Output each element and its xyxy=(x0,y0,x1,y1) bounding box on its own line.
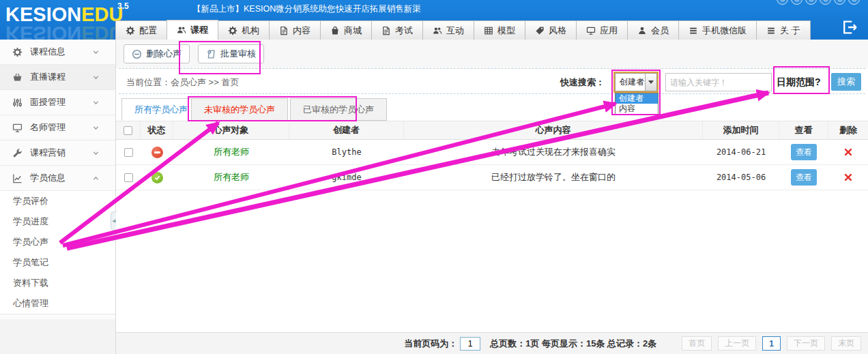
select-dropdown-button[interactable] xyxy=(645,74,656,91)
date-text: 期三 xyxy=(785,23,802,35)
last-page-button[interactable]: 末页 xyxy=(831,336,861,351)
sidebar-group-course-marketing[interactable]: 课程营销 xyxy=(0,141,115,166)
sidebar-group-offline-mgmt[interactable]: 面授管理 xyxy=(0,90,115,115)
nav-tab-content[interactable]: 内容 xyxy=(269,20,321,40)
view-button[interactable]: 查看 xyxy=(791,144,817,160)
col-creator: 创建者 xyxy=(289,121,404,139)
chevron-up-icon xyxy=(92,175,100,182)
page-1-button[interactable]: 1 xyxy=(762,336,781,351)
chevron-down-icon xyxy=(92,99,100,106)
sliders-icon xyxy=(12,98,23,108)
voice-content: 去年考试过关现在才来报喜确实 xyxy=(404,140,703,164)
refresh-icon[interactable] xyxy=(834,0,845,5)
monitor-icon xyxy=(586,26,596,35)
share-icon[interactable] xyxy=(848,0,860,5)
sidebar-group-student-info[interactable]: 学员信息 xyxy=(0,166,115,191)
nav-tab-config[interactable]: 配置 xyxy=(115,20,167,40)
sidebar-item-student-progress[interactable]: 学员进度 xyxy=(0,211,115,232)
status-approved-icon xyxy=(151,172,163,183)
nav-tab-mall[interactable]: 商城 xyxy=(320,20,372,40)
audit-page-icon xyxy=(206,49,216,59)
chevron-down-icon xyxy=(92,149,100,157)
top-nav: 配置 课程 机构 内容 商城 考试 互动 模型 风格 应用 会员 手机微信版 关… xyxy=(116,20,811,40)
basket-icon xyxy=(12,72,23,83)
col-date: 添加时间 xyxy=(703,121,779,139)
sidebar-item-student-evaluation[interactable]: 学员评价 xyxy=(0,191,115,211)
key-icon[interactable] xyxy=(820,0,831,5)
filter-tabs: 所有学员心声 未审核的学员心声 已审核的学员心声 xyxy=(116,94,868,121)
current-page-input[interactable] xyxy=(460,337,480,351)
users-icon xyxy=(433,26,442,35)
dropdown-option-creator[interactable]: 创建者 xyxy=(616,93,658,104)
sidebar-item-student-voice[interactable]: 学员心声 xyxy=(0,232,115,252)
grid-icon xyxy=(484,26,493,35)
sidebar-item-material-download[interactable]: 资料下载 xyxy=(0,273,115,293)
toolbar: 删除心声 批量审核 xyxy=(116,40,868,68)
logout-icon[interactable] xyxy=(841,18,858,36)
delete-x-icon[interactable] xyxy=(843,173,853,182)
batch-audit-button[interactable]: 批量审核 xyxy=(198,44,264,63)
date-range-toggle[interactable]: 日期范围? xyxy=(777,76,821,89)
chart-icon xyxy=(12,173,23,183)
nav-tab-apps[interactable]: 应用 xyxy=(576,20,628,40)
chevron-down-icon xyxy=(92,74,100,81)
search-field-dropdown: 创建者 内容 xyxy=(615,93,659,115)
header-quick-icons xyxy=(777,0,860,5)
pagination-stats: 总页数：1页 每页显示：15条 总记录：2条 xyxy=(490,338,656,350)
voice-creator: gkimde xyxy=(289,165,404,190)
sidebar-item-mood-mgmt[interactable]: 心情管理 xyxy=(0,293,115,314)
user-icon xyxy=(637,26,647,35)
menu-icon xyxy=(766,26,776,35)
favorite-icon[interactable] xyxy=(777,0,788,5)
nav-tab-style[interactable]: 风格 xyxy=(525,20,577,40)
brand-logo: KESIONEDU xyxy=(5,4,123,25)
brand-logo-main: KESION xyxy=(5,3,81,25)
view-button[interactable]: 查看 xyxy=(791,169,817,186)
tab-unaudited-voices[interactable]: 未审核的学员心声 xyxy=(191,98,288,121)
nav-tab-interaction[interactable]: 互动 xyxy=(422,20,474,40)
select-all-checkbox[interactable] xyxy=(124,126,132,135)
table-header-row: 状态 心声对象 创建者 心声内容 添加时间 查看 删除 xyxy=(116,121,868,140)
message-icon[interactable] xyxy=(791,0,802,5)
voice-content: 已经打过放学铃了。坐在窗口的 xyxy=(404,165,703,190)
caret-down-icon xyxy=(648,80,654,84)
delete-x-icon[interactable] xyxy=(843,147,853,157)
gear-icon xyxy=(12,47,23,57)
nav-tab-wechat[interactable]: 手机微信版 xyxy=(678,20,757,40)
table-row: 所有老师 gkimde 已经打过放学铃了。坐在窗口的 2014-05-06 查看 xyxy=(116,165,868,190)
next-page-button[interactable]: 下一页 xyxy=(787,336,825,351)
voice-target[interactable]: 所有老师 xyxy=(173,165,289,190)
delete-voice-button[interactable]: 删除心声 xyxy=(124,44,190,63)
voice-target[interactable]: 所有老师 xyxy=(173,140,289,164)
gear-icon xyxy=(228,26,237,35)
mobile-icon[interactable] xyxy=(805,0,817,5)
row-checkbox[interactable] xyxy=(124,173,133,182)
announcement-marquee: 【新品上市】KESION微分销系统助您快速开店拓展销售新渠 xyxy=(192,3,421,15)
col-target: 心声对象 xyxy=(173,121,289,139)
nav-tab-model[interactable]: 模型 xyxy=(474,20,525,40)
sidebar-group-course-info[interactable]: 课程信息 xyxy=(0,40,115,65)
pagination-bar: 当前页码为： 总页数：1页 每页显示：15条 总记录：2条 首页 上一页 1 下… xyxy=(116,332,868,354)
sidebar-item-student-notes[interactable]: 学员笔记 xyxy=(0,252,115,273)
dropdown-option-content[interactable]: 内容 xyxy=(616,104,658,114)
voice-date: 2014-06-21 xyxy=(703,140,779,164)
nav-tab-course[interactable]: 课程 xyxy=(167,20,218,40)
nav-tab-exam[interactable]: 考试 xyxy=(371,20,423,40)
search-field-selected-value: 创建者 xyxy=(616,74,645,91)
nav-tab-institution[interactable]: 机构 xyxy=(218,20,270,40)
tab-all-voices[interactable]: 所有学员心声 xyxy=(121,98,201,121)
sidebar-group-live-course[interactable]: 直播课程 xyxy=(0,65,115,90)
search-input[interactable] xyxy=(665,73,772,91)
tab-audited-voices[interactable]: 已审核的学员心声 xyxy=(290,98,387,121)
prev-page-button[interactable]: 上一页 xyxy=(718,336,756,351)
sidebar-footer-area xyxy=(0,319,115,354)
sidebar-group-teacher-mgmt[interactable]: 名师管理 xyxy=(0,115,115,141)
row-checkbox[interactable] xyxy=(124,148,133,157)
nav-tab-member[interactable]: 会员 xyxy=(627,20,679,40)
first-page-button[interactable]: 首页 xyxy=(682,336,712,351)
search-field-select[interactable]: 创建者 xyxy=(615,73,657,91)
col-delete: 删除 xyxy=(828,121,868,139)
quick-search-label: 快速搜索： xyxy=(560,76,605,89)
voice-date: 2014-05-06 xyxy=(703,165,779,190)
search-button[interactable]: 搜索 xyxy=(831,73,861,91)
